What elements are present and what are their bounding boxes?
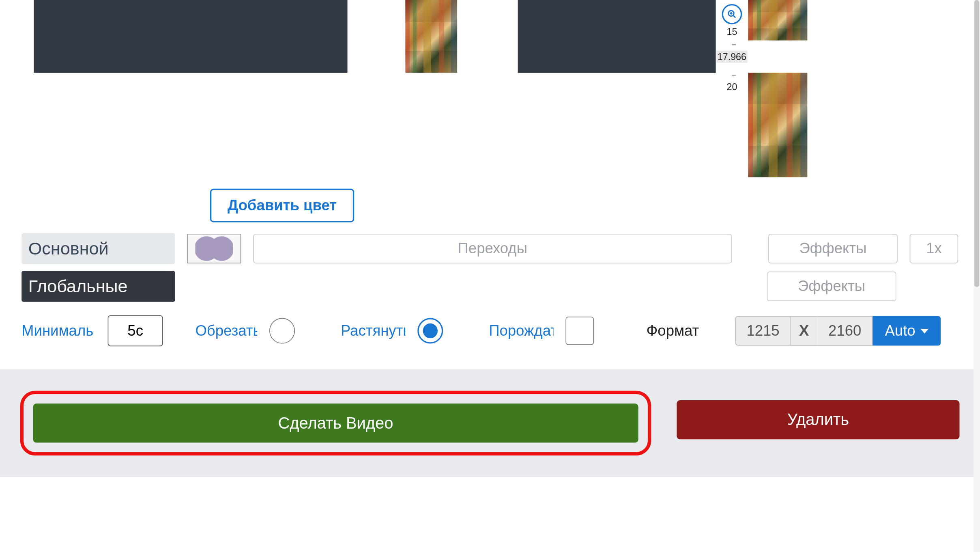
preview-row: 15 17.966 20	[0, 0, 980, 182]
label-minimal: Минималь	[21, 322, 96, 339]
format-height-input[interactable]: 2160	[817, 316, 873, 346]
tab-global[interactable]: Глобальные	[21, 271, 175, 302]
footer-actions: Сделать Видео Удалить	[0, 369, 980, 477]
label-stretch: Растянуть	[341, 322, 405, 339]
delete-button[interactable]: Удалить	[677, 400, 959, 439]
format-width-input[interactable]: 1215	[735, 316, 791, 346]
ruler-tick-20: 20	[716, 81, 748, 94]
zoom-in-icon	[727, 9, 737, 19]
clip-thumbnail-1[interactable]	[405, 0, 457, 73]
highlight-ring: Сделать Видео	[20, 391, 651, 455]
radio-crop[interactable]	[269, 318, 295, 344]
effects-select-main[interactable]: Эффекты	[768, 234, 898, 263]
make-video-button[interactable]: Сделать Видео	[33, 403, 638, 442]
svg-line-1	[733, 15, 735, 18]
format-auto-dropdown[interactable]: Auto	[873, 316, 941, 346]
ruler-tick-mark	[732, 44, 736, 45]
page-scrollbar[interactable]	[974, 0, 980, 552]
tab-main[interactable]: Основной	[21, 233, 175, 264]
effects-select-global[interactable]: Эффекты	[767, 272, 896, 301]
scrollbar-thumb[interactable]	[974, 0, 979, 287]
format-auto-label: Auto	[885, 322, 915, 339]
clip-thumbnail-2[interactable]	[748, 0, 807, 41]
timeline-ruler: 15 17.966 20	[716, 0, 748, 182]
preview-panel-2	[518, 0, 716, 73]
checkbox-generate[interactable]	[565, 317, 594, 345]
ruler-tick-15: 15	[716, 26, 748, 39]
label-crop: Обрезать	[195, 322, 257, 339]
transition-preset-butterfly[interactable]	[187, 234, 241, 263]
add-color-button[interactable]: Добавить цвет	[210, 189, 354, 222]
label-format: Формат	[647, 322, 699, 339]
transitions-select[interactable]: Переходы	[253, 234, 732, 263]
timeline-clips-column	[748, 0, 808, 182]
ruler-tick-mark	[732, 75, 736, 75]
zoom-in-button[interactable]	[722, 4, 742, 24]
chevron-down-icon	[921, 328, 929, 333]
ruler-current-time: 17.966	[716, 50, 747, 63]
label-generate: Порождать	[489, 322, 553, 339]
preview-panel-1	[34, 0, 348, 73]
format-x-separator: X	[791, 316, 817, 346]
min-duration-input[interactable]: 5c	[108, 315, 163, 346]
speed-multiplier[interactable]: 1x	[910, 234, 959, 263]
radio-stretch[interactable]	[417, 318, 443, 344]
clip-thumbnail-3[interactable]	[748, 73, 807, 177]
